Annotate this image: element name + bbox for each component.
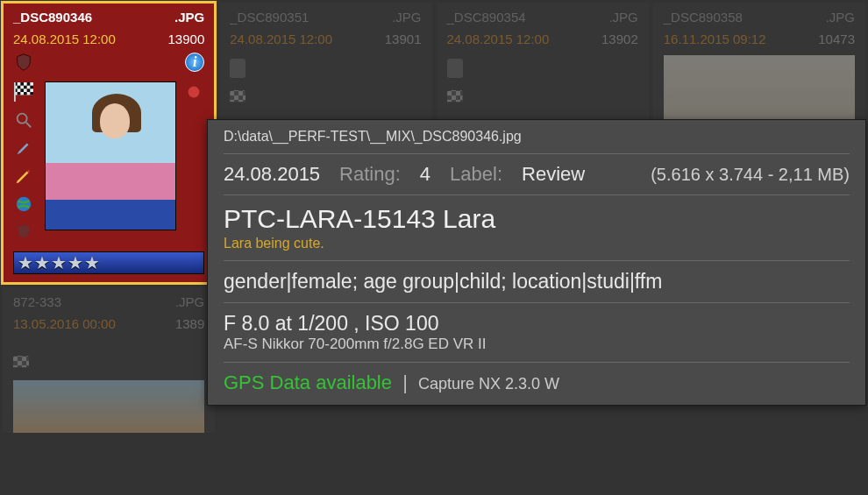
thumb-filename: _DSC890354 [447, 10, 526, 25]
label-label: Label: [450, 163, 502, 186]
pencil-icon[interactable] [13, 166, 34, 187]
file-path: D:\data\__PERF-TEST\__MIX\_DSC890346.jpg [224, 129, 850, 145]
star-icon[interactable]: ★ [84, 254, 100, 272]
rating-label: Rating: [339, 163, 401, 186]
thumb-index: 10473 [818, 32, 855, 46]
brush-icon[interactable] [13, 138, 34, 159]
shield-small-icon [13, 222, 34, 243]
thumb-datetime: 24.08.2015 12:00 [230, 32, 332, 46]
thumb-datetime: 24.08.2015 12:00 [447, 32, 550, 46]
shield-icon [13, 52, 34, 73]
thumb-ext: .JPG [826, 10, 855, 25]
exposure: F 8.0 at 1/200 , ISO 100 [224, 312, 850, 336]
star-icon[interactable]: ★ [51, 254, 67, 272]
left-icon-column [13, 81, 38, 246]
star-icon[interactable]: ★ [68, 254, 83, 272]
thumb-ext: .JPG [392, 10, 421, 25]
star-icon[interactable]: ★ [18, 254, 33, 272]
svg-point-9 [189, 87, 200, 98]
thumb-index: 13900 [168, 32, 205, 46]
thumb-ext: .JPG [174, 10, 204, 25]
checkered-flag-icon [13, 356, 29, 375]
thumb-datetime: 16.11.2015 09:12 [664, 32, 766, 46]
dimensions-value: (5.616 x 3.744 - 2,11 MB) [651, 165, 850, 185]
rating-stars[interactable]: ★ ★ ★ ★ ★ [13, 251, 204, 274]
checkered-flag-icon [447, 90, 463, 110]
thumb-filename: _DSC890346 [13, 10, 92, 25]
checkered-flag-icon [230, 90, 245, 110]
right-icon-column [183, 81, 204, 246]
thumb-datetime: 13.05.2016 00:00 [13, 316, 116, 331]
thumb-index: 13902 [601, 32, 638, 46]
keywords: gender|female; age group|child; location… [224, 270, 850, 293]
svg-point-6 [18, 114, 27, 124]
svg-rect-0 [14, 82, 33, 95]
image-title: PTC-LARA-15143 Lara [224, 204, 850, 234]
shield-icon [447, 59, 463, 78]
meta-date: 24.08.2015 [224, 163, 320, 186]
red-dot-icon[interactable] [183, 81, 204, 103]
globe-icon[interactable] [13, 194, 34, 215]
search-icon[interactable] [13, 110, 34, 131]
image-description: Lara being cute. [224, 236, 850, 251]
software: Capture NX 2.3.0 W [418, 375, 559, 392]
thumbnail[interactable]: 872-333.JPG 13.05.2016 00:001389 [3, 287, 215, 433]
thumb-filename: 872-333 [13, 294, 61, 309]
rating-value: 4 [420, 163, 430, 186]
checkered-flag-icon[interactable] [13, 81, 34, 103]
thumbnail-image[interactable] [45, 81, 176, 230]
thumb-ext: .JPG [608, 10, 637, 25]
shield-icon [230, 59, 245, 78]
lens: AF-S Nikkor 70-200mm f/2.8G ED VR II [224, 336, 850, 353]
info-icon[interactable]: i [185, 53, 204, 72]
thumb-index: 1389 [175, 316, 204, 331]
svg-point-8 [17, 197, 32, 212]
thumb-filename: _DSC890351 [230, 10, 309, 25]
thumb-filename: _DSC890358 [664, 10, 743, 25]
star-icon[interactable]: ★ [34, 254, 50, 272]
thumb-index: 13901 [385, 32, 422, 46]
separator: | [402, 371, 408, 393]
gps-status: GPS Data available [224, 371, 392, 393]
thumb-ext: .JPG [175, 294, 204, 309]
thumbnail-selected[interactable]: _DSC890346 .JPG 24.08.2015 12:00 13900 i [3, 3, 215, 283]
metadata-tooltip: D:\data\__PERF-TEST\__MIX\_DSC890346.jpg… [207, 119, 866, 406]
label-value: Review [522, 163, 585, 186]
svg-line-7 [26, 123, 32, 128]
thumb-datetime: 24.08.2015 12:00 [13, 32, 116, 46]
